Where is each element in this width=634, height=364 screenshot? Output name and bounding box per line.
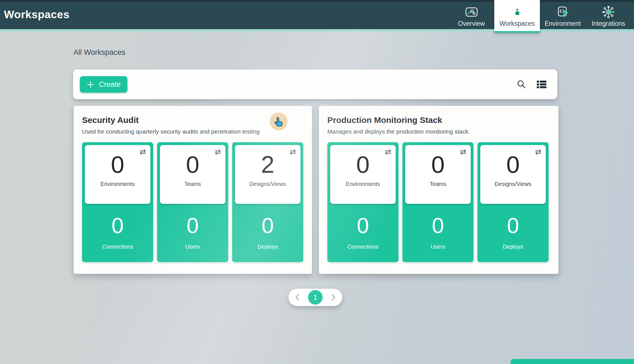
nav-label: Overview: [458, 20, 485, 27]
stat-value: 0: [232, 214, 303, 236]
integrations-icon: [602, 5, 616, 19]
stat-label: Designs/Views: [235, 181, 300, 187]
stat-tile-teams[interactable]: 0 Teams 0 Users: [402, 142, 474, 262]
toast-notification-edge: [511, 359, 634, 364]
stat-tile-bottom: 0 Connections: [327, 204, 398, 250]
workspaces-icon: [512, 5, 522, 19]
stat-label: Users: [157, 244, 228, 250]
chevron-left-icon[interactable]: [295, 293, 300, 301]
stat-tile-top: 0 Teams: [405, 145, 471, 204]
nav-tab-overview[interactable]: Overview: [449, 0, 494, 29]
stat-tile-teams[interactable]: 0 Teams 0 Users: [157, 142, 228, 262]
stat-tile-bottom: 0 Deploys: [232, 204, 303, 250]
pagination: 1: [288, 289, 342, 306]
nav-label: Environment: [545, 20, 581, 27]
stat-tile-bottom: 0 Users: [157, 204, 228, 250]
stat-tile-designs-views[interactable]: 2 Designs/Views 0 Deploys: [232, 142, 303, 262]
workspaces-toolbar: Create: [73, 69, 557, 99]
plus-icon: [87, 81, 94, 88]
overview-icon: [465, 5, 478, 19]
stat-tile-environments[interactable]: 0 Environments 0 Connections: [327, 142, 398, 262]
stat-label: Environments: [330, 181, 396, 187]
swap-arrows-icon[interactable]: [214, 149, 222, 157]
swap-arrows-icon[interactable]: [384, 149, 392, 157]
stat-tile-environments[interactable]: 0 Environments 0 Connections: [82, 142, 153, 262]
stat-tile-bottom: 0 Users: [402, 204, 474, 250]
nav-label: Integrations: [591, 20, 625, 27]
stat-tile-top: 0 Teams: [160, 145, 225, 204]
nav-tab-environment[interactable]: Environment: [540, 0, 586, 29]
stat-label: Designs/Views: [480, 181, 546, 187]
workspace-description: Manages and deploys the production monit…: [327, 128, 558, 135]
search-icon[interactable]: [516, 79, 526, 89]
stat-label: Teams: [160, 181, 225, 187]
stat-label: Users: [402, 244, 474, 250]
environment-icon: [556, 5, 570, 19]
workspace-title: Security Audit: [82, 115, 312, 125]
create-button-label: Create: [99, 80, 121, 89]
stat-label: Deploys: [232, 244, 303, 250]
stat-value: 0: [327, 214, 398, 236]
workspace-description: Used for conducting quarterly security a…: [82, 128, 312, 135]
swap-arrows-icon[interactable]: [289, 149, 297, 157]
swap-arrows-icon[interactable]: [459, 149, 467, 157]
stat-tile-designs-views[interactable]: 0 Designs/Views 0 Deploys: [477, 142, 549, 262]
stat-tile-top: 2 Designs/Views: [235, 145, 300, 204]
page-title: All Workspaces: [73, 48, 125, 57]
list-view-icon[interactable]: [537, 80, 547, 89]
stat-value: 0: [82, 214, 153, 236]
stat-tiles: 0 Environments 0 Connections 0 Teams: [82, 142, 303, 262]
stat-tile-top: 0 Designs/Views: [480, 145, 546, 204]
stat-value: 0: [157, 214, 228, 236]
workspace-card-production-monitoring[interactable]: Production Monitoring Stack Manages and …: [319, 106, 558, 274]
stat-tile-top: 0 Environments: [330, 145, 396, 204]
stat-label: Connections: [82, 244, 153, 250]
stat-label: Teams: [405, 181, 471, 187]
stat-label: Deploys: [477, 244, 549, 250]
workspaces-page: Workspaces Overview: [0, 0, 634, 364]
top-navigation: Overview Workspaces Environm: [449, 0, 631, 29]
create-workspace-button[interactable]: Create: [80, 76, 127, 93]
stat-label: Connections: [327, 244, 398, 250]
stat-tile-bottom: 0 Deploys: [477, 204, 549, 250]
swap-arrows-icon[interactable]: [139, 149, 147, 157]
nav-tab-integrations[interactable]: Integrations: [586, 0, 631, 29]
nav-tab-workspaces[interactable]: Workspaces: [494, 0, 540, 33]
stat-tiles: 0 Environments 0 Connections 0 Teams: [327, 142, 549, 262]
stat-value: 0: [402, 214, 474, 236]
stat-tile-top: 0 Environments: [85, 145, 150, 204]
chevron-right-icon[interactable]: [330, 293, 336, 301]
nav-label: Workspaces: [499, 20, 535, 27]
workspace-card-security-audit[interactable]: Security Audit Used for conducting quart…: [74, 106, 312, 274]
stat-value: 0: [477, 214, 549, 236]
swap-arrows-icon[interactable]: [534, 149, 542, 157]
app-title: Workspaces: [4, 8, 69, 21]
toolbar-icons: [516, 69, 547, 99]
stat-tile-bottom: 0 Connections: [82, 204, 153, 250]
stat-label: Environments: [85, 181, 150, 187]
workspace-title: Production Monitoring Stack: [327, 115, 558, 125]
current-page-button[interactable]: 1: [308, 290, 323, 305]
